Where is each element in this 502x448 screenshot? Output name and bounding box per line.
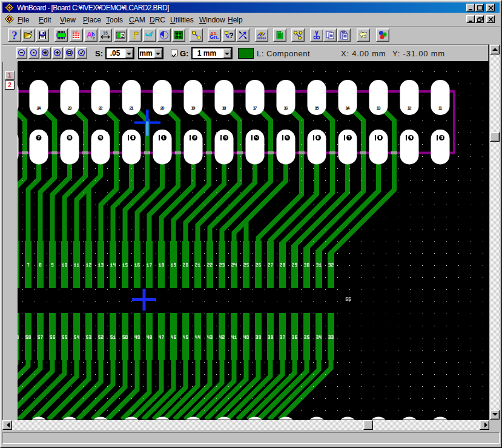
svg-text:15: 15 — [103, 31, 108, 35]
svg-text:?: ? — [259, 30, 264, 39]
svg-text:2: 2 — [121, 33, 124, 39]
svg-text:V: V — [315, 30, 317, 34]
svg-text:?: ? — [12, 30, 18, 40]
svg-text:?: ? — [229, 31, 233, 40]
svg-text:c: c — [93, 35, 95, 40]
svg-text:Gn..: Gn.. — [210, 34, 219, 40]
